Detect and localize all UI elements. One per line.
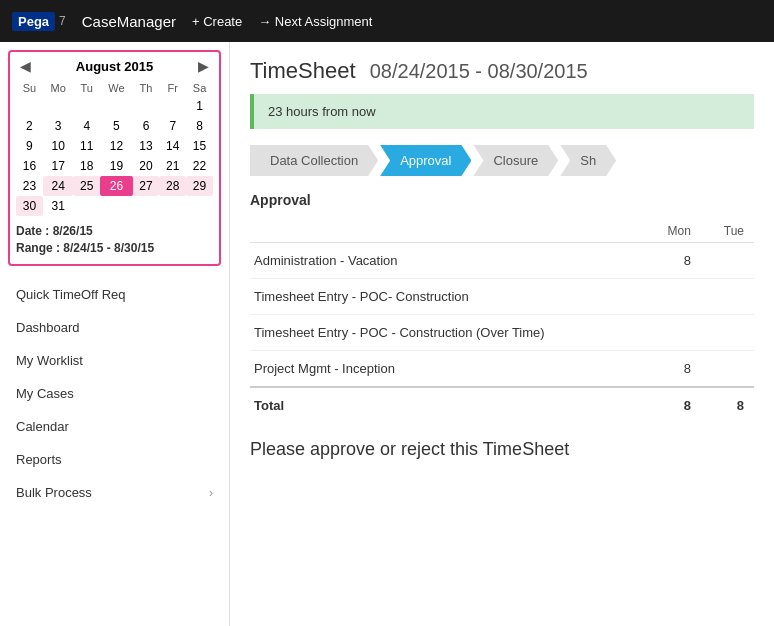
sidebar-item-label: Bulk Process <box>16 485 92 500</box>
sidebar-item-calendar[interactable]: Calendar <box>0 410 229 443</box>
cal-day-header: Th <box>133 80 160 96</box>
calendar-next-button[interactable]: ▶ <box>194 58 213 74</box>
range-label: Range : <box>16 241 60 255</box>
total-label: Total <box>250 387 644 423</box>
table-col-header: Tue <box>701 220 754 243</box>
calendar-prev-button[interactable]: ◀ <box>16 58 35 74</box>
navbar: Pega 7 CaseManager + Create → Next Assig… <box>0 0 774 42</box>
content-area: TimeSheet 08/24/2015 - 08/30/2015 23 hou… <box>230 42 774 626</box>
cal-day-header: Sa <box>186 80 213 96</box>
calendar-day[interactable]: 14 <box>159 136 186 156</box>
calendar-day[interactable]: 11 <box>73 136 100 156</box>
calendar-day[interactable]: 2 <box>16 116 43 136</box>
table-col-header: Mon <box>644 220 701 243</box>
total-tue: 8 <box>701 387 754 423</box>
case-manager-label: CaseManager <box>82 13 176 30</box>
calendar-day[interactable]: 7 <box>159 116 186 136</box>
row-mon <box>644 279 701 315</box>
brand: Pega 7 <box>12 12 66 31</box>
sidebar-item-my-cases[interactable]: My Cases <box>0 377 229 410</box>
stage-tab-sh[interactable]: Sh <box>560 145 616 176</box>
main-layout: ◀ August 2015 ▶ SuMoTuWeThFrSa 123456789… <box>0 42 774 626</box>
row-label: Project Mgmt - Inception <box>250 351 644 388</box>
sidebar-item-label: Calendar <box>16 419 69 434</box>
calendar-day[interactable]: 27 <box>133 176 160 196</box>
cal-day-header: Mo <box>43 80 74 96</box>
calendar-day <box>73 196 100 216</box>
calendar-day[interactable]: 1 <box>186 96 213 116</box>
stage-tab-data-collection[interactable]: Data Collection <box>250 145 378 176</box>
calendar-day[interactable]: 21 <box>159 156 186 176</box>
calendar-day[interactable]: 18 <box>73 156 100 176</box>
row-label: Administration - Vacation <box>250 243 644 279</box>
calendar-day[interactable]: 15 <box>186 136 213 156</box>
sidebar-item-reports[interactable]: Reports <box>0 443 229 476</box>
calendar-day[interactable]: 4 <box>73 116 100 136</box>
sidebar: ◀ August 2015 ▶ SuMoTuWeThFrSa 123456789… <box>0 42 230 626</box>
sidebar-item-label: Reports <box>16 452 62 467</box>
calendar-day[interactable]: 6 <box>133 116 160 136</box>
calendar-day[interactable]: 22 <box>186 156 213 176</box>
calendar-grid: SuMoTuWeThFrSa 1234567891011121314151617… <box>16 80 213 216</box>
calendar-date: Date : 8/26/15 <box>16 224 213 238</box>
sidebar-item-dashboard[interactable]: Dashboard <box>0 311 229 344</box>
calendar-day[interactable]: 25 <box>73 176 100 196</box>
table-row: Timesheet Entry - POC - Construction (Ov… <box>250 315 754 351</box>
title-text: TimeSheet <box>250 58 356 83</box>
calendar-day[interactable]: 17 <box>43 156 74 176</box>
calendar-day[interactable]: 24 <box>43 176 74 196</box>
next-assignment-button[interactable]: → Next Assignment <box>258 14 372 29</box>
pega-version: 7 <box>59 14 66 28</box>
sidebar-item-label: My Worklist <box>16 353 83 368</box>
sidebar-item-bulk-process[interactable]: Bulk Process› <box>0 476 229 509</box>
calendar-day[interactable]: 5 <box>100 116 133 136</box>
create-button[interactable]: + Create <box>192 14 242 29</box>
row-mon: 8 <box>644 351 701 388</box>
sidebar-item-quick-timeoff-req[interactable]: Quick TimeOff Req <box>0 278 229 311</box>
total-row: Total88 <box>250 387 754 423</box>
calendar-day[interactable]: 29 <box>186 176 213 196</box>
calendar-day[interactable]: 20 <box>133 156 160 176</box>
chevron-right-icon: › <box>209 486 213 500</box>
date-value: 8/26/15 <box>53 224 93 238</box>
cal-day-header: Su <box>16 80 43 96</box>
stage-tab-closure[interactable]: Closure <box>473 145 558 176</box>
cal-day-header: Fr <box>159 80 186 96</box>
calendar-range: Range : 8/24/15 - 8/30/15 <box>16 241 213 255</box>
calendar-day[interactable]: 13 <box>133 136 160 156</box>
calendar-header: ◀ August 2015 ▶ <box>16 58 213 74</box>
sidebar-item-label: My Cases <box>16 386 74 401</box>
calendar-day[interactable]: 26 <box>100 176 133 196</box>
alert-banner: 23 hours from now <box>250 94 754 129</box>
calendar-day[interactable]: 12 <box>100 136 133 156</box>
calendar-day[interactable]: 23 <box>16 176 43 196</box>
stage-tabs: Data CollectionApprovalClosureSh <box>250 145 754 176</box>
calendar-day[interactable]: 10 <box>43 136 74 156</box>
calendar-day <box>73 96 100 116</box>
row-tue <box>701 243 754 279</box>
calendar-day[interactable]: 28 <box>159 176 186 196</box>
calendar-day[interactable]: 31 <box>43 196 74 216</box>
calendar-day <box>159 196 186 216</box>
row-tue <box>701 279 754 315</box>
date-label: Date : <box>16 224 49 238</box>
calendar-day[interactable]: 9 <box>16 136 43 156</box>
sidebar-item-my-worklist[interactable]: My Worklist <box>0 344 229 377</box>
calendar-day <box>133 196 160 216</box>
calendar-day[interactable]: 3 <box>43 116 74 136</box>
row-mon: 8 <box>644 243 701 279</box>
calendar-month-label: August 2015 <box>76 59 153 74</box>
nav-items: Quick TimeOff ReqDashboardMy WorklistMy … <box>0 274 229 513</box>
row-label: Timesheet Entry - POC - Construction (Ov… <box>250 315 644 351</box>
calendar-day[interactable]: 8 <box>186 116 213 136</box>
sidebar-item-label: Dashboard <box>16 320 80 335</box>
table-row: Administration - Vacation8 <box>250 243 754 279</box>
row-label: Timesheet Entry - POC- Construction <box>250 279 644 315</box>
timesheet-table: MonTue Administration - Vacation8Timeshe… <box>250 220 754 423</box>
total-mon: 8 <box>644 387 701 423</box>
calendar-day[interactable]: 30 <box>16 196 43 216</box>
sidebar-item-label: Quick TimeOff Req <box>16 287 126 302</box>
calendar-day[interactable]: 16 <box>16 156 43 176</box>
stage-tab-approval[interactable]: Approval <box>380 145 471 176</box>
calendar-day[interactable]: 19 <box>100 156 133 176</box>
